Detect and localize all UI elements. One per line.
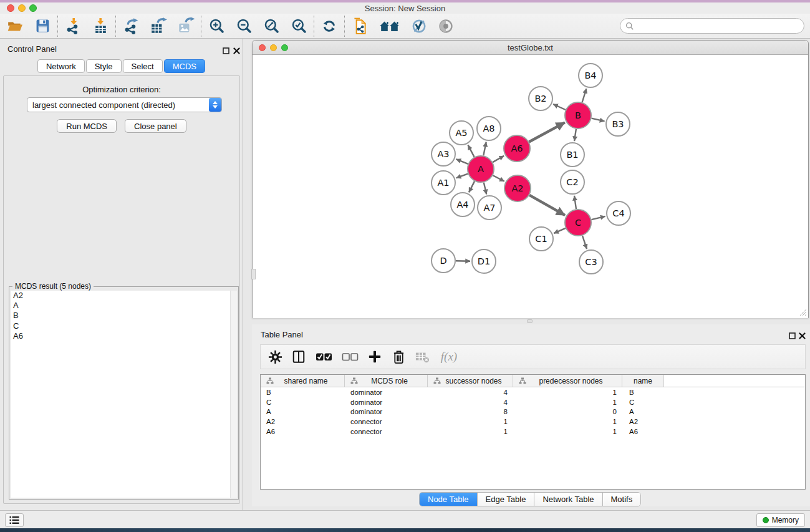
graph-node-label-A7: A7 — [483, 203, 495, 213]
network-canvas[interactable]: AA1A2A3A4A5A6A7A8BB1B2B3B4CC1C2C3C4DD1 — [253, 56, 808, 318]
tab-node-table[interactable]: Node Table — [420, 493, 478, 506]
result-scrollbar[interactable] — [230, 291, 237, 498]
graph-edge-B-B1[interactable] — [574, 129, 576, 141]
graph-node-label-A1: A1 — [437, 178, 449, 188]
tab-network-table[interactable]: Network Table — [534, 493, 602, 506]
memory-label: Memory — [772, 516, 799, 525]
float-table-panel-icon[interactable] — [789, 331, 796, 342]
close-table-panel-icon[interactable] — [799, 331, 806, 342]
network-overview-icon[interactable] — [351, 17, 369, 35]
column-header-predecessor-nodes[interactable]: predecessor nodes — [513, 375, 622, 387]
search-field[interactable] — [620, 18, 804, 34]
tab-edge-table[interactable]: Edge Table — [478, 493, 535, 506]
graph-edge-C-C4[interactable] — [591, 216, 605, 220]
list-item[interactable]: A6 — [11, 331, 237, 341]
node-table: shared name MCDS role successor nodes pr… — [260, 374, 806, 490]
graph-edge-C-C1[interactable] — [554, 228, 566, 233]
graph-edge-A-A7[interactable] — [484, 183, 486, 195]
optimization-criterion-label: Optimization criterion: — [4, 85, 239, 94]
export-network-icon[interactable] — [122, 17, 140, 35]
header-filler — [664, 375, 805, 387]
table-row[interactable]: C dominator 4 1 C — [261, 397, 805, 407]
graph-edge-A-A4[interactable] — [469, 181, 475, 193]
show-graphics-details-icon[interactable] — [410, 17, 427, 35]
column-header-shared-name[interactable]: shared name — [261, 375, 345, 387]
delete-column-trash-icon[interactable] — [390, 349, 407, 365]
list-item[interactable]: A — [11, 301, 237, 311]
open-file-icon[interactable] — [6, 17, 24, 35]
mcds-result-box: MCDS result (5 nodes) A2 A B C A6 — [9, 286, 239, 500]
tree-icon — [433, 377, 441, 384]
graph-node-label-A4: A4 — [456, 200, 468, 210]
home-icon[interactable] — [378, 17, 400, 35]
table-row[interactable]: A dominator 8 0 A — [261, 407, 805, 417]
deselect-all-icon[interactable] — [340, 349, 359, 365]
graph-edge-B-B3[interactable] — [592, 118, 605, 122]
tab-style[interactable]: Style — [86, 59, 122, 73]
list-item[interactable]: B — [11, 311, 237, 321]
tab-select[interactable]: Select — [123, 59, 163, 73]
resize-grip-icon[interactable] — [799, 308, 807, 316]
refresh-icon[interactable] — [321, 17, 338, 35]
zoom-fit-icon[interactable] — [263, 17, 280, 35]
tab-mcds[interactable]: MCDS — [164, 59, 205, 73]
save-session-icon[interactable] — [34, 17, 51, 35]
graph-edge-A-A2[interactable] — [493, 175, 504, 181]
tree-icon — [519, 377, 526, 384]
mcds-result-legend: MCDS result (5 nodes) — [12, 282, 94, 291]
graph-node-label-C4: C4 — [612, 208, 624, 218]
column-header-name[interactable]: name — [622, 375, 664, 387]
add-column-icon[interactable] — [367, 349, 383, 365]
column-header-mcds-role[interactable]: MCDS role — [345, 375, 428, 387]
tab-network[interactable]: Network — [37, 59, 85, 73]
network-view-title: testGlobe.txt — [253, 43, 808, 52]
search-input[interactable] — [634, 20, 804, 32]
column-header-successor-nodes[interactable]: successor nodes — [428, 375, 513, 387]
select-all-icon[interactable] — [314, 349, 333, 365]
graph-edge-A6-B[interactable] — [529, 122, 565, 142]
column-visibility-icon[interactable] — [291, 349, 307, 365]
table-row[interactable]: A2 connector 1 1 A2 — [261, 417, 805, 427]
graph-edge-A-A8[interactable] — [483, 142, 486, 156]
run-mcds-button[interactable]: Run MCDS — [57, 119, 117, 133]
table-row[interactable]: A6 connector 1 1 A6 — [261, 427, 805, 437]
task-history-button[interactable] — [5, 513, 24, 527]
table-settings-gear-icon[interactable] — [267, 349, 283, 365]
function-builder-icon[interactable]: f(x) — [438, 349, 460, 365]
graph-edge-C-C2[interactable] — [574, 196, 576, 209]
graph-node-label-C1: C1 — [535, 234, 547, 244]
graph-edge-A-A1[interactable] — [456, 174, 468, 178]
zoom-in-icon[interactable] — [208, 17, 225, 35]
memory-status-icon — [763, 517, 769, 523]
list-item[interactable]: C — [11, 321, 237, 331]
graph-edge-B-B4[interactable] — [582, 89, 587, 102]
network-window-titlebar: testGlobe.txt — [253, 41, 808, 55]
horizontal-divider-handle[interactable] — [527, 319, 533, 323]
zoom-out-icon[interactable] — [235, 17, 253, 35]
float-panel-icon[interactable] — [223, 46, 229, 57]
delete-table-icon[interactable] — [414, 349, 430, 365]
graph-edge-A-A6[interactable] — [493, 156, 504, 162]
tab-motifs[interactable]: Motifs — [603, 493, 641, 506]
graph-edge-B-B2[interactable] — [553, 104, 566, 110]
table-row[interactable]: B dominator 4 1 B — [261, 387, 805, 397]
graph-node-label-A: A — [478, 164, 484, 174]
export-image-icon[interactable] — [177, 17, 195, 35]
memory-button[interactable]: Memory — [756, 513, 805, 527]
import-table-icon[interactable] — [92, 17, 109, 35]
close-panel-icon[interactable] — [233, 46, 240, 57]
list-item[interactable]: A2 — [11, 291, 237, 301]
show-hide-panel-eye-icon[interactable] — [437, 17, 455, 35]
close-panel-button[interactable]: Close panel — [125, 119, 186, 133]
graph-edge-A2-C[interactable] — [529, 195, 565, 215]
graph-edge-A-A3[interactable] — [456, 159, 468, 164]
criterion-dropdown[interactable]: largest connected component (directed) — [27, 97, 222, 112]
zoom-selected-icon[interactable] — [290, 17, 307, 35]
export-table-icon[interactable] — [150, 17, 167, 35]
panel-divider-handle[interactable] — [251, 269, 256, 279]
graph-edge-C-C3[interactable] — [582, 236, 587, 249]
list-icon — [9, 516, 19, 525]
session-titlebar: Session: New Session — [0, 2, 810, 14]
graph-edge-A-A5[interactable] — [468, 145, 474, 157]
import-network-icon[interactable] — [64, 17, 82, 35]
